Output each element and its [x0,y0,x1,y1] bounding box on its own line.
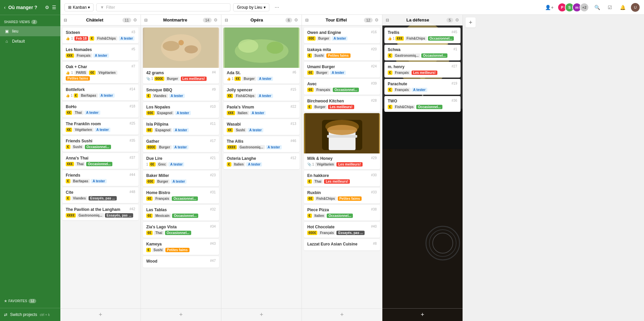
card-ruxbin[interactable]: Ruxbin#33 €€Fish&ChipsPetites faims [304,188,380,203]
switch-projects-btn[interactable]: ⇄ Switch projects ctrl + k [0,308,60,321]
add-user-icon[interactable]: 👤+ [545,3,554,12]
collapse-opera-btn[interactable]: ⊟ [225,18,228,22]
card-sixteen[interactable]: Sixteen#3 👍1Feb 18€Fish&ChipsA tester [62,28,139,43]
add-chatelet-btn[interactable]: + [99,311,102,318]
card-the-allis[interactable]: The Allis#46 €€€€Gastronomiq...A tester [223,136,300,152]
check-icon[interactable]: ☑ [605,3,614,12]
card-baker-miller[interactable]: Baker Miller#23 €€€BurgerA tester [143,171,219,186]
add-la-defense-btn[interactable]: + [421,311,424,318]
topbar: ⊞ Kanban ▾ ▼ Filter Group by Lieu ▾ ··· … [60,0,644,15]
column-chatelet-settings[interactable]: ⚙ [133,17,137,22]
column-la-defense-header: ⊟ La défense 5 ⚙ [382,15,463,26]
add-tour-eiffel-btn[interactable]: + [340,311,344,318]
card-paolas-vinum[interactable]: Paola's Vinum#22 €€€ItalienA tester [223,102,300,118]
card-milk-honey[interactable]: Milk & Honey#29 📎 1VégétarienLes meilleu… [304,113,380,169]
card-pavilion-langham[interactable]: The Pavilion at the Langham#42 €€€€Gastr… [62,204,139,220]
card-piece-pizza[interactable]: Piece Pizza#38 €ItalienOccasionnel... [304,205,380,221]
card-parachute[interactable]: Parachute#19 €FrançaisA tester [384,79,461,95]
column-tour-eiffel-settings[interactable]: ⚙ [375,17,379,22]
card-oak-char[interactable]: Oak + Char#7 👍1PARIS€€Végétarien Petites… [62,62,139,83]
column-opera-count: 6 [285,18,292,22]
card-kameya[interactable]: Kameya#43 €SushiPetites faims [143,239,219,255]
collapse-la-defense-btn[interactable]: ⊟ [386,18,389,22]
add-column-btn[interactable]: + [466,17,476,28]
add-column-area: + [463,15,478,321]
card-42-grams[interactable]: 42 grams#4 📎1€€€€BurgerLes meilleurs! [143,28,219,84]
default-icon: ⌂ [4,39,9,44]
column-chatelet-footer: + [60,308,141,321]
sidebar-item-lieu[interactable]: ▣ lieu [0,26,60,36]
shared-views-section: SHARED VIEWS 2 ▣ lieu ⌂ Default [0,15,60,49]
favorites-label[interactable]: ★ FAVORITES 12 [0,297,60,305]
column-opera-settings[interactable]: ⚙ [294,17,298,22]
settings-icon[interactable]: ⚙ [45,5,49,10]
column-la-defense-settings[interactable]: ⚙ [455,17,459,22]
column-chatelet-body: Sixteen#3 👍1Feb 18€Fish&ChipsA tester Le… [60,26,141,308]
card-annas-thai[interactable]: Anna's Thai#37 €€€ThaiOccasionnel... [62,153,139,169]
main-area: ⊞ Kanban ▾ ▼ Filter Group by Lieu ▾ ··· … [60,0,644,321]
card-las-tablas[interactable]: Las Tablas#32 €€MexicainOccasionnel... [143,205,219,221]
collapse-tour-eiffel-btn[interactable]: ⊟ [305,18,309,22]
card-franklin-room[interactable]: The Franklin room#25 €€VégétarienA teste… [62,119,139,135]
add-montmartre-btn[interactable]: + [179,311,183,318]
add-opera-btn[interactable]: + [260,311,263,318]
menu-icon[interactable]: ☰ [52,5,56,10]
card-home-bistro[interactable]: Home Bistro#31 €€FrançaisOccasionnel... [143,188,219,203]
card-two[interactable]: TWO#36 €Fish&ChipsOccasionnel... [384,96,461,112]
filter-input[interactable]: ▼ Filter [96,3,230,11]
card-en-hakkore[interactable]: En hakkore#30 €ThaiLes meilleurs! [304,171,380,186]
shortcut-label: ctrl + k [40,313,50,317]
column-la-defense-title: La défense [391,17,444,22]
lieu-icon: ▣ [4,29,9,34]
column-montmartre-settings[interactable]: ⚙ [214,17,218,22]
card-owen-and-engine[interactable]: Owen and Engine#16 €€€BurgerA tester [304,28,380,43]
card-bottlefork[interactable]: Bottlefork#14 👍1€Bar/tapasA tester [62,85,139,100]
card-wasabi[interactable]: Wasabi#13 €€SushiA tester [223,119,300,135]
column-la-defense-count: 5 [446,18,453,22]
group-by-btn[interactable]: Group by Lieu ▾ [233,3,269,11]
card-cite[interactable]: Cite#48 €ViandesEssayés, pas ... [62,187,139,203]
card-umami-burger[interactable]: Umami Burger#24 €€BurgerA tester [304,62,380,78]
avatar-group: P S m +2 [557,3,589,12]
card-hot-chocolate[interactable]: Hot Chocolate#40 €€€€FrançaisEssayés, pa… [304,222,380,238]
user-avatar[interactable]: U [631,3,640,12]
card-jolly-spencer[interactable]: Jolly spencer#15 €€Fish&ChipsA tester [223,85,300,101]
column-montmartre-footer: + [141,308,221,321]
card-wood[interactable]: Wood#47 [143,256,219,268]
card-gather[interactable]: Gather#17 €€€€BurgerA tester [143,136,219,152]
card-schwa[interactable]: Schwa#1 €Gastronomiq...Occasionnel... [384,45,461,60]
sidebar-item-default-label: Default [12,39,25,44]
card-trellis[interactable]: Trellis#45 👍 1€€€Fish&ChipsOccasionnel..… [384,28,461,43]
card-avec[interactable]: Avec#39 €€FrançaisOccasionnel... [304,79,380,95]
favorites-section: ★ FAVORITES 12 [0,294,60,308]
chevron-down-icon: ▾ [88,5,90,10]
card-due-lire[interactable]: Due Lire#21 1€€GrecA tester [143,153,219,169]
card-smoque-bbq[interactable]: Smoque BBQ#9 €ViandesA tester [143,85,219,101]
collapse-chatelet-btn[interactable]: ⊟ [64,18,67,22]
column-tour-eiffel: ⊟ Tour Eiffel 12 ⚙ Owen and Engine#16 €€… [302,15,382,321]
card-friends-sushi[interactable]: Friends Sushi#35 €SushiOccasionnel... [62,136,139,152]
card-les-nomades[interactable]: Les Nomades#5 €€€FrançaisA tester [62,45,139,60]
card-osteria-langhe[interactable]: Osteria Langhe#12 €ItalienA tester [223,153,300,169]
card-m-henry[interactable]: m. henry#27 €FrançaisLes meilleurs! [384,62,461,78]
filter-icon: ▼ [100,5,104,10]
card-lazzat[interactable]: Lazzat Euro Asian Cuisine#8 [304,239,380,250]
column-opera-title: Opéra [230,17,283,22]
card-boho[interactable]: BoHo#18 €€ThaiA tester [62,102,139,118]
card-izakaya-mita[interactable]: Izakaya mita#20 €SushiPetites faims [304,45,380,60]
card-birchwood-kitchen[interactable]: Birchwood Kitchen#28 €BurgerLes meilleur… [304,96,380,112]
card-friends[interactable]: Friends#44 €Bar/tapasA tester [62,170,139,186]
back-icon[interactable]: ‹ [4,5,6,10]
card-los-nopales[interactable]: Los Nopales#10 €€€EspagnolA tester [143,102,219,118]
collapse-montmartre-btn[interactable]: ⊟ [144,18,148,22]
card-isla-pilipina[interactable]: Isla Pilipina#11 €€EspagnolA tester [143,119,219,135]
bell-icon[interactable]: 🔔 [618,3,627,12]
more-options-btn[interactable]: ··· [272,3,282,12]
card-ada-st[interactable]: Ada St.#6 👍 1€€BurgerA tester [223,28,300,84]
search-icon[interactable]: 🔍 [592,3,602,12]
kanban-view-btn[interactable]: ⊞ Kanban ▾ [64,3,94,11]
column-tour-eiffel-footer: + [302,308,382,321]
sidebar-item-lieu-label: lieu [12,29,18,34]
card-zias-lago-vista[interactable]: Zia's Lago Vista#34 €€ThaiOccasionnel... [143,222,219,238]
sidebar-item-default[interactable]: ⌂ Default [0,36,60,46]
